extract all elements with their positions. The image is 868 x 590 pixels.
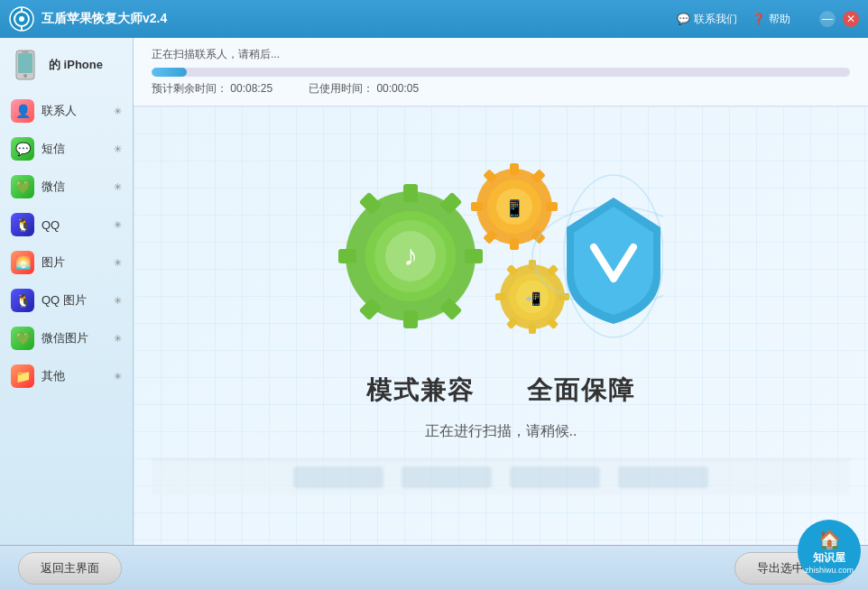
sidebar-item-wechat[interactable]: 💚 微信 ✳ [0,168,133,206]
device-name: 的 iPhone [49,57,103,73]
help-button[interactable]: ❓ 帮助 [752,12,790,27]
chat-icon: 💬 [677,13,690,25]
bottom-placeholder-bar [152,459,850,495]
photos-icon: 🌅 [11,251,34,274]
svg-rect-12 [403,310,418,328]
spinner-photos: ✳ [114,257,122,269]
app-logo-icon [9,6,34,32]
placeholder-4 [618,466,708,488]
progress-bar-fill [152,68,187,77]
svg-text:📲: 📲 [525,291,541,307]
svg-point-2 [19,16,24,22]
spinner-other: ✳ [114,371,122,383]
wechat-photos-icon: 💚 [11,327,34,350]
svg-rect-24 [510,163,519,175]
progress-status: 正在扫描联系人，请稍后... [152,47,850,62]
app-title: 互盾苹果恢复大师v2.4 [42,11,677,27]
svg-text:♪: ♪ [403,239,418,272]
watermark: 🏠 知识屋 zhishiwu.com [798,520,861,583]
svg-rect-8 [22,51,29,53]
svg-rect-13 [465,249,483,263]
contacts-icon: 👤 [11,99,34,123]
spinner-wechat-photos: ✳ [114,333,122,345]
main-layout: 的 iPhone 👤 联系人 ✳ 💬 短信 ✳ 💚 微信 ✳ [0,38,868,545]
illustration: ♪ [338,157,663,355]
svg-rect-26 [546,202,558,211]
back-button[interactable]: 返回主界面 [18,552,122,585]
svg-rect-11 [403,184,418,202]
sms-icon: 💬 [11,137,34,161]
spinner-qq-photos: ✳ [114,295,122,307]
title-bar: 互盾苹果恢复大师v2.4 💬 联系我们 ❓ 帮助 — ✕ [0,0,868,38]
contact-us-button[interactable]: 💬 联系我们 [677,12,737,27]
device-header: 的 iPhone [0,38,133,92]
close-button[interactable]: ✕ [843,11,859,27]
tagline: 模式兼容 全面保障 [366,373,636,408]
sidebar: 的 iPhone 👤 联系人 ✳ 💬 短信 ✳ 💚 微信 ✳ [0,38,134,545]
used-time: 已使用时间： 00:00:05 [309,81,419,97]
svg-text:📱: 📱 [504,198,525,218]
svg-rect-27 [471,202,483,211]
gears-illustration: ♪ [338,157,663,355]
svg-rect-6 [18,53,32,73]
qq-icon: 🐧 [11,213,34,236]
other-icon: 📁 [11,364,34,388]
spinner-contacts: ✳ [114,106,122,117]
main-content: ♪ [134,106,868,545]
sidebar-item-contacts[interactable]: 👤 联系人 ✳ [0,92,133,130]
sidebar-item-photos[interactable]: 🌅 图片 ✳ [0,244,133,281]
svg-rect-37 [529,324,536,334]
qq-photos-icon: 🐧 [11,289,34,312]
scan-status: 正在进行扫描，请稍候.. [425,422,577,441]
remaining-time: 预计剩余时间： 00:08:25 [152,81,272,97]
placeholder-2 [402,466,492,488]
spinner-qq: ✳ [114,219,122,231]
sidebar-item-wechat-photos[interactable]: 💚 微信图片 ✳ [0,319,133,357]
help-icon: ❓ [752,13,765,25]
spinner-sms: ✳ [114,143,122,155]
sidebar-item-qq[interactable]: 🐧 QQ ✳ [0,206,133,244]
progress-times: 预计剩余时间： 00:08:25 已使用时间： 00:00:05 [152,81,850,97]
sidebar-item-sms[interactable]: 💬 短信 ✳ [0,130,133,168]
sidebar-item-qq-photos[interactable]: 🐧 QQ 图片 ✳ [0,281,133,319]
spinner-wechat: ✳ [114,181,122,193]
sidebar-item-other[interactable]: 📁 其他 ✳ [0,357,133,395]
svg-rect-39 [495,293,505,300]
progress-bar-container [152,68,850,77]
svg-rect-25 [510,238,519,250]
svg-point-7 [23,74,27,78]
placeholder-3 [510,466,600,488]
svg-rect-14 [338,249,356,263]
wechat-icon: 💚 [11,175,34,198]
progress-area: 正在扫描联系人，请稍后... 预计剩余时间： 00:08:25 已使用时间： 0… [134,38,868,106]
iphone-icon [9,49,42,81]
minimize-button[interactable]: — [819,11,836,27]
content-area: 正在扫描联系人，请稍后... 预计剩余时间： 00:08:25 已使用时间： 0… [134,38,868,545]
placeholder-1 [293,466,383,488]
action-bar: 返回主界面 导出选中记录 [0,545,868,590]
